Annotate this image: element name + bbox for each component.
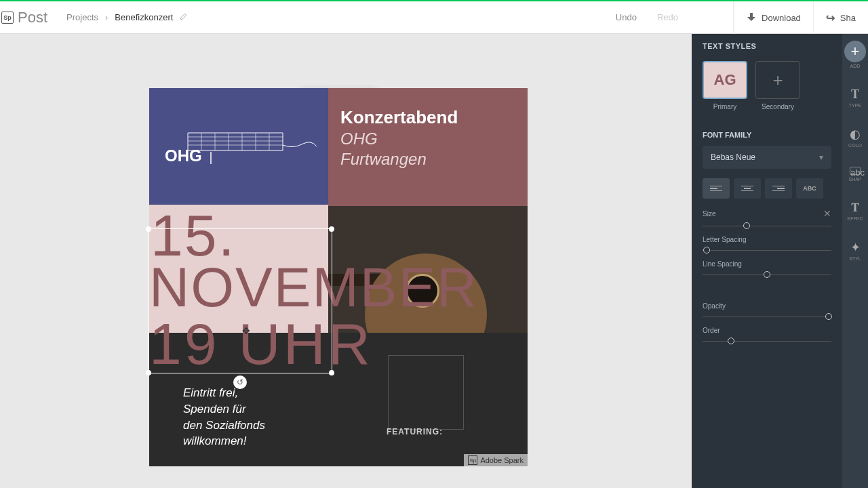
rail-shape[interactable]: abcSHAP	[842, 167, 868, 182]
poster-date-time[interactable]: 19 UHR	[149, 319, 373, 370]
font-family-select[interactable]: Bebas Neue ▾	[703, 146, 831, 169]
add-label: ADD	[844, 64, 866, 68]
footer-line: Eintritt frei,	[183, 385, 265, 401]
ohg-logo-icon: OHG	[161, 126, 317, 167]
size-thumb[interactable]	[743, 222, 750, 229]
order-slider[interactable]	[703, 341, 831, 342]
poster-title: Konzertabend	[340, 107, 515, 128]
footer-line: Spenden für	[183, 401, 265, 418]
poster-canvas[interactable]: OHG Konzertabend OHG Furtwangen 15. NOVE…	[149, 88, 528, 466]
rail-label: COLO	[848, 143, 862, 148]
properties-panel: TEXT STYLES AG Primary + Secondary FONT …	[692, 34, 842, 488]
line-spacing-label: Line Spacing	[703, 260, 742, 268]
rail-label: EFFEC	[848, 216, 863, 221]
breadcrumb-current[interactable]: Benefizkonzert	[115, 12, 173, 22]
letter-spacing-slider[interactable]	[703, 250, 831, 251]
style-icon: ✦	[842, 240, 868, 255]
rail-style[interactable]: ✦STYL	[842, 240, 868, 261]
shape-icon: abc	[850, 167, 861, 175]
footer-line: den Sozialfonds	[183, 418, 265, 434]
poster-featuring-label[interactable]: FEATURING:	[387, 427, 443, 436]
app-logo-text: Post	[18, 9, 47, 26]
font-family-header: FONT FAMILY	[703, 131, 831, 139]
rail-type[interactable]: TTYPE	[842, 87, 868, 108]
breadcrumb-root[interactable]: Projects	[66, 12, 98, 22]
text-style-add[interactable]: +	[755, 61, 800, 99]
type-icon: T	[842, 87, 868, 102]
watermark[interactable]: Sp Adobe Spark	[464, 454, 528, 466]
chevron-down-icon: ▾	[819, 152, 823, 162]
poster-placeholder-box[interactable]	[388, 355, 464, 430]
poster-subtitle-2: Furtwangen	[340, 150, 515, 169]
svg-text:OHG: OHG	[165, 146, 202, 165]
font-family-value: Bebas Neue	[711, 152, 755, 162]
order-thumb[interactable]	[728, 338, 734, 344]
redo-button: Redo	[657, 12, 678, 22]
download-label: Download	[762, 13, 801, 23]
canvas-area[interactable]: OHG Konzertabend OHG Furtwangen 15. NOVE…	[0, 34, 692, 488]
poster-subtitle-1: OHG	[340, 129, 515, 148]
undo-redo-group: Undo Redo	[616, 12, 678, 22]
poster-block-logo[interactable]: OHG	[149, 88, 328, 205]
rail-color[interactable]: ◐COLO	[842, 127, 868, 148]
order-label: Order	[703, 327, 720, 334]
align-left-button[interactable]	[703, 178, 730, 199]
size-slider[interactable]	[703, 226, 831, 226]
download-button[interactable]: Download	[734, 1, 813, 34]
share-icon	[826, 12, 835, 24]
poster-date-month[interactable]: NOVEMBER	[149, 263, 478, 312]
app-header: Sp Post Projects › Benefizkonzert Undo R…	[0, 1, 868, 34]
text-style-secondary-label: Secondary	[755, 103, 800, 110]
letter-spacing-label: Letter Spacing	[703, 236, 747, 243]
line-spacing-thumb[interactable]	[764, 271, 770, 278]
undo-button[interactable]: Undo	[616, 12, 637, 22]
opacity-label: Opacity	[703, 302, 726, 310]
tool-rail: + ADD TTYPE ◐COLO abcSHAP 𝐓EFFEC ✦STYL	[842, 34, 868, 488]
download-icon	[747, 13, 756, 22]
poster-footer-text[interactable]: Eintritt frei, Spenden für den Sozialfon…	[183, 385, 265, 449]
rail-label: STYL	[849, 256, 861, 261]
chevron-right-icon: ›	[105, 12, 108, 22]
app-logo-icon: Sp	[1, 12, 14, 24]
breadcrumb: Projects › Benefizkonzert	[66, 12, 188, 22]
align-justify-button[interactable]: ABC	[796, 178, 823, 199]
palette-icon: ◐	[842, 127, 868, 142]
opacity-slider[interactable]	[703, 317, 831, 317]
panel-text-styles-header: TEXT STYLES	[703, 42, 831, 50]
poster-block-title[interactable]: Konzertabend OHG Furtwangen	[328, 88, 528, 206]
opacity-thumb[interactable]	[825, 313, 832, 320]
add-button[interactable]: + ADD	[844, 41, 866, 68]
watermark-icon: Sp	[468, 455, 477, 465]
letter-spacing-thumb[interactable]	[703, 247, 710, 253]
footer-line: willkommen!	[183, 433, 265, 449]
size-label: Size	[703, 210, 715, 218]
rename-icon[interactable]	[180, 12, 188, 22]
size-reset-icon[interactable]: ✕	[823, 208, 831, 219]
rail-label: TYPE	[849, 103, 861, 108]
text-style-primary[interactable]: AG	[703, 61, 747, 99]
share-label: Sha	[840, 13, 856, 23]
effect-icon: 𝐓	[842, 201, 868, 215]
text-style-primary-label: Primary	[703, 103, 747, 110]
align-right-button[interactable]	[765, 178, 792, 199]
align-center-button[interactable]	[734, 178, 761, 199]
watermark-text: Adobe Spark	[480, 456, 524, 464]
cursor-icon: ✥	[242, 325, 250, 336]
plus-icon: +	[844, 41, 866, 62]
share-button[interactable]: Sha	[813, 1, 868, 34]
line-spacing-slider[interactable]	[703, 274, 831, 275]
rail-effect[interactable]: 𝐓EFFEC	[842, 201, 868, 221]
poster-date-day[interactable]: 15.	[151, 210, 236, 262]
rail-label: SHAP	[848, 177, 861, 182]
